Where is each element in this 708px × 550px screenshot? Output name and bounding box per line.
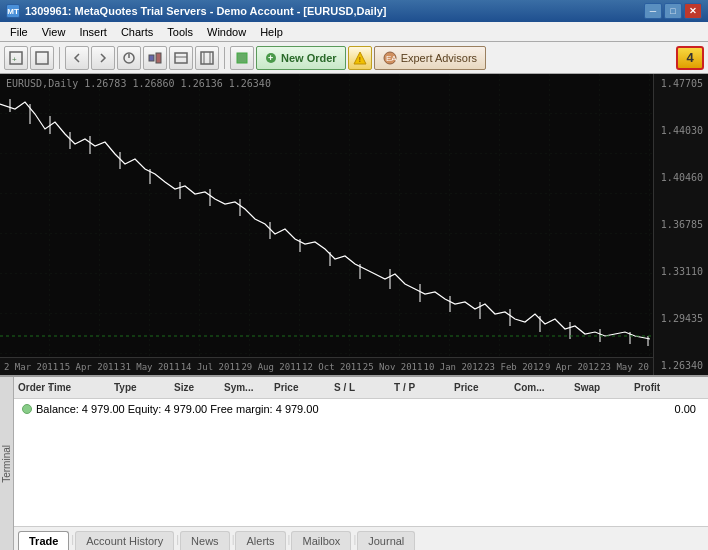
date-7: 25 Nov 2011 [363, 362, 423, 372]
date-3: 31 May 2011 [120, 362, 180, 372]
left-sidebar: Terminal [0, 377, 14, 550]
expert-advisors-button[interactable]: EA Expert Advisors [374, 46, 486, 70]
toolbar-btn-9[interactable] [230, 46, 254, 70]
window-title: 1309961: MetaQuotes Trial Servers - Demo… [25, 5, 387, 17]
title-controls: ─ □ ✕ [644, 3, 702, 19]
price-label-6: 1.29435 [656, 313, 706, 324]
svg-text:+: + [12, 55, 17, 64]
chart-info: EURUSD,Daily 1.26783 1.26860 1.26136 1.2… [6, 78, 271, 89]
toolbar-btn-6[interactable] [143, 46, 167, 70]
toolbar: + + New Order ! EA Expert Advisors 4 [0, 42, 708, 74]
separator-1 [59, 47, 60, 69]
menu-help[interactable]: Help [254, 24, 289, 40]
corner-button[interactable]: 4 [676, 46, 704, 70]
main-wrapper: EURUSD,Daily 1.26783 1.26860 1.26136 1.2… [0, 74, 708, 550]
close-button[interactable]: ✕ [684, 3, 702, 19]
balance-row: Balance: 4 979.00 Equity: 4 979.00 Free … [14, 399, 708, 419]
svg-rect-7 [175, 53, 187, 63]
svg-rect-2 [36, 52, 48, 64]
terminal-tabs: Trade | Account History | News | Alerts … [14, 526, 708, 550]
tab-alerts[interactable]: Alerts [235, 531, 285, 550]
tab-account-history[interactable]: Account History [75, 531, 174, 550]
separator-2 [224, 47, 225, 69]
tab-journal[interactable]: Journal [357, 531, 415, 550]
price-label-7: 1.26340 [656, 360, 706, 371]
terminal-panel: Terminal Order ↑ Time Type Size Sym... P… [0, 375, 708, 550]
col-tp: T / P [394, 382, 454, 393]
price-label-2: 1.44030 [656, 125, 706, 136]
date-5: 29 Aug 2011 [241, 362, 301, 372]
col-price2: Price [454, 382, 514, 393]
tab-news[interactable]: News [180, 531, 230, 550]
chart-area[interactable]: EURUSD,Daily 1.26783 1.26860 1.26136 1.2… [0, 74, 708, 375]
tab-trade[interactable]: Trade [18, 531, 69, 550]
tab-mailbox[interactable]: Mailbox [291, 531, 351, 550]
toolbar-btn-1[interactable]: + [4, 46, 28, 70]
profit-value: 0.00 [675, 403, 696, 415]
date-2: 15 Apr 2011 [59, 362, 119, 372]
col-com: Com... [514, 382, 574, 393]
col-sl: S / L [334, 382, 394, 393]
svg-text:EA: EA [386, 54, 397, 63]
price-axis: 1.47705 1.44030 1.40460 1.36785 1.33110 … [653, 74, 708, 375]
svg-rect-9 [201, 52, 213, 64]
col-order: Order ↑ [18, 382, 48, 393]
menu-tools[interactable]: Tools [161, 24, 199, 40]
col-swap: Swap [574, 382, 634, 393]
menu-bar: File View Insert Charts Tools Window Hel… [0, 22, 708, 42]
col-price1: Price [274, 382, 334, 393]
col-type: Type [114, 382, 174, 393]
toolbar-back[interactable] [65, 46, 89, 70]
price-label-1: 1.47705 [656, 78, 706, 89]
menu-insert[interactable]: Insert [73, 24, 113, 40]
date-4: 14 Jul 2011 [181, 362, 241, 372]
toolbar-btn-7[interactable] [169, 46, 193, 70]
svg-rect-20 [0, 74, 653, 357]
price-label-5: 1.33110 [656, 266, 706, 277]
date-9: 23 Feb 2012 [484, 362, 544, 372]
title-bar-left: MT 1309961: MetaQuotes Trial Servers - D… [6, 4, 387, 18]
date-axis: 2 Mar 2011 15 Apr 2011 31 May 2011 14 Ju… [0, 357, 653, 375]
balance-text: Balance: 4 979.00 Equity: 4 979.00 Free … [36, 403, 319, 415]
svg-rect-5 [149, 55, 154, 61]
menu-window[interactable]: Window [201, 24, 252, 40]
title-bar: MT 1309961: MetaQuotes Trial Servers - D… [0, 0, 708, 22]
price-label-3: 1.40460 [656, 172, 706, 183]
svg-text:+: + [268, 53, 273, 63]
balance-dot [22, 404, 32, 414]
toolbar-btn-2[interactable] [30, 46, 54, 70]
terminal-inner: Terminal Order ↑ Time Type Size Sym... P… [0, 377, 708, 550]
price-chart[interactable] [0, 74, 653, 357]
date-10: 9 Apr 2012 [545, 362, 599, 372]
col-profit: Profit [634, 382, 704, 393]
warning-button[interactable]: ! [348, 46, 372, 70]
date-11: 23 May 20 [600, 362, 649, 372]
expert-advisors-label: Expert Advisors [401, 52, 477, 64]
svg-text:!: ! [358, 55, 361, 64]
maximize-button[interactable]: □ [664, 3, 682, 19]
col-size: Size [174, 382, 224, 393]
date-6: 12 Oct 2011 [302, 362, 362, 372]
date-1: 2 Mar 2011 [4, 362, 58, 372]
app-icon: MT [6, 4, 20, 18]
svg-rect-6 [156, 53, 161, 63]
menu-file[interactable]: File [4, 24, 34, 40]
date-8: 10 Jan 2012 [424, 362, 484, 372]
minimize-button[interactable]: ─ [644, 3, 662, 19]
toolbar-btn-5[interactable] [117, 46, 141, 70]
col-sym: Sym... [224, 382, 274, 393]
new-order-label: New Order [281, 52, 337, 64]
table-header: Order ↑ Time Type Size Sym... Price S / … [14, 377, 708, 399]
menu-charts[interactable]: Charts [115, 24, 159, 40]
terminal-sidebar-label: Terminal [1, 445, 12, 483]
new-order-button[interactable]: + New Order [256, 46, 346, 70]
svg-rect-12 [237, 53, 247, 63]
col-time: Time [48, 382, 114, 393]
table-body [14, 419, 708, 526]
menu-view[interactable]: View [36, 24, 72, 40]
toolbar-forward[interactable] [91, 46, 115, 70]
price-label-4: 1.36785 [656, 219, 706, 230]
toolbar-btn-8[interactable] [195, 46, 219, 70]
